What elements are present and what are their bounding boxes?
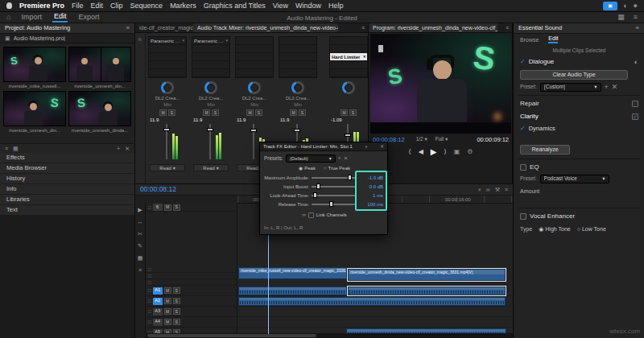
- type-tool-icon[interactable]: ≡: [138, 267, 142, 273]
- repair-section-label[interactable]: Repair: [520, 101, 539, 107]
- maximum-amplitude-slider[interactable]: [312, 177, 355, 179]
- quick-export-icon[interactable]: ≡: [634, 14, 638, 21]
- keyframe-icon[interactable]: ⌖: [365, 144, 367, 149]
- volume-db-value[interactable]: -1.09: [331, 117, 342, 122]
- solo-button[interactable]: S: [168, 109, 175, 116]
- panel-menu-icon[interactable]: ≡: [636, 25, 639, 31]
- new-item-icon[interactable]: +: [117, 146, 120, 151]
- effect-slot[interactable]: [279, 37, 316, 45]
- es-tab-edit[interactable]: Edit: [548, 35, 558, 43]
- repair-checkbox[interactable]: [632, 101, 638, 107]
- mark-out-icon[interactable]: ⟩: [444, 149, 447, 155]
- snap-icon[interactable]: ⌖: [478, 187, 481, 192]
- lock-icon[interactable]: □: [148, 309, 151, 314]
- track-header-a4[interactable]: □ A4 M S: [146, 317, 237, 328]
- solo-button[interactable]: S: [173, 204, 180, 211]
- workspace-tab-export[interactable]: Export: [76, 13, 101, 22]
- panel-tab-history[interactable]: History: [0, 174, 134, 183]
- es-tab-browse[interactable]: Browse: [520, 37, 539, 43]
- volume-db-value[interactable]: 11.9: [237, 117, 246, 122]
- send-mode[interactable]: Min: [207, 102, 215, 109]
- track-select-tool-icon[interactable]: ↔: [138, 219, 143, 225]
- automation-mode[interactable]: Read▾: [193, 164, 229, 171]
- track-header-v6[interactable]: □ 6 M S: [146, 204, 237, 212]
- timeline-menu-icon[interactable]: ≡: [505, 187, 508, 192]
- menu-markers[interactable]: Markers: [170, 2, 196, 10]
- pan-knob[interactable]: [342, 81, 355, 94]
- mute-button[interactable]: M: [203, 109, 210, 116]
- pan-knob[interactable]: [204, 81, 217, 94]
- panel-tab-media-browser[interactable]: Media Browser: [0, 163, 134, 173]
- panel-tab-info[interactable]: Info: [0, 184, 134, 194]
- effect-slot[interactable]: Parametric E...▾: [192, 37, 229, 45]
- effect-slot[interactable]: Parametric E...▾: [149, 37, 186, 45]
- icon-view-icon[interactable]: ▦: [13, 146, 19, 151]
- send-mode[interactable]: Min: [163, 102, 171, 109]
- mute-button[interactable]: M: [290, 109, 297, 116]
- send-mode[interactable]: Min: [250, 102, 258, 109]
- lock-icon[interactable]: □: [148, 205, 151, 210]
- preset-history-icon[interactable]: ◐: [634, 59, 638, 66]
- mark-in-icon[interactable]: ⟨: [409, 149, 411, 155]
- effect-slot[interactable]: [236, 37, 273, 45]
- solo-button[interactable]: S: [349, 109, 357, 116]
- volume-db-value[interactable]: 11.9: [150, 117, 159, 122]
- volume-db-value[interactable]: 11.9: [280, 117, 289, 122]
- solo-button[interactable]: S: [173, 298, 180, 304]
- pan-knob[interactable]: [248, 81, 261, 94]
- volume-fader[interactable]: [166, 124, 167, 159]
- eq-checkbox[interactable]: [520, 164, 526, 171]
- panel-menu-icon[interactable]: ≡: [502, 23, 512, 32]
- project-clip-1[interactable]: S riverside_mike_russell...: [3, 47, 66, 89]
- workspace-tab-import[interactable]: Import: [19, 13, 43, 22]
- look-ahead-time-slider[interactable]: [312, 195, 355, 196]
- menu-file[interactable]: File: [72, 2, 84, 10]
- linked-selection-icon[interactable]: ∞: [486, 187, 490, 192]
- solo-button[interactable]: S: [173, 287, 180, 294]
- delete-icon[interactable]: ✕: [125, 146, 130, 151]
- volume-db-value[interactable]: 11.9: [193, 117, 202, 122]
- project-clip-3[interactable]: S riverside_unmesh_din...: [3, 91, 66, 133]
- mute-button[interactable]: M: [164, 204, 171, 211]
- send-label[interactable]: DL2 Crea...: [242, 96, 267, 102]
- track-header-v1[interactable]: □: [146, 279, 237, 286]
- radio-peak[interactable]: ◉Peak: [299, 166, 316, 171]
- preset-dropdown[interactable]: (Custom)▾: [540, 83, 601, 92]
- project-bin-row[interactable]: ▣ Audio Mastering.proj: [0, 34, 134, 43]
- project-clip-4[interactable]: S riverside_unmesh_dinda...: [68, 91, 131, 133]
- settings-icon[interactable]: ⚙: [467, 149, 473, 155]
- reanalyze-button[interactable]: Reanalyze: [520, 145, 570, 155]
- preset-dropdown[interactable]: (Default)▾: [286, 155, 336, 163]
- vocal-enhancer-checkbox[interactable]: [520, 213, 526, 220]
- menu-view[interactable]: View: [273, 2, 288, 10]
- scrollbar-thumb[interactable]: [147, 334, 316, 337]
- radio-true-peak[interactable]: ○True Peak: [324, 166, 350, 171]
- solo-button[interactable]: S: [255, 109, 262, 116]
- panel-menu-icon[interactable]: ≡: [358, 23, 368, 32]
- solo-button[interactable]: S: [212, 109, 219, 116]
- vocal-enhancer-label[interactable]: Vocal Enhancer: [530, 213, 575, 220]
- menu-sequence[interactable]: Sequence: [130, 2, 163, 10]
- audio-clip[interactable]: [238, 297, 506, 306]
- razor-tool-icon[interactable]: ✂: [138, 231, 142, 237]
- lock-icon[interactable]: □: [148, 319, 151, 324]
- track-header-v2[interactable]: □: [146, 273, 237, 279]
- radio-high-tone[interactable]: ◉High Tone: [539, 226, 571, 232]
- send-mode[interactable]: Min: [294, 102, 302, 109]
- apple-icon[interactable]: [6, 2, 12, 9]
- mute-button[interactable]: M: [164, 308, 171, 315]
- audio-type-dialogue[interactable]: Dialogue: [529, 59, 555, 65]
- pen-tool-icon[interactable]: ✎: [138, 243, 142, 249]
- panel-tab-libraries[interactable]: Libraries: [0, 195, 134, 204]
- dynamics-label[interactable]: Dynamics: [529, 126, 555, 132]
- audio-clip[interactable]: [238, 286, 347, 295]
- panel-menu-icon[interactable]: ≡: [126, 25, 130, 31]
- track-header-a2[interactable]: □ A2 M S: [146, 296, 237, 307]
- step-back-icon[interactable]: ◀: [419, 149, 423, 155]
- link-channels-checkbox[interactable]: [308, 212, 314, 218]
- eq-preset-dropdown[interactable]: Podcast Voice▾: [540, 175, 609, 183]
- menu-clip[interactable]: Clip: [110, 2, 123, 10]
- automation-mode[interactable]: Read▾: [150, 164, 185, 171]
- lock-icon[interactable]: □: [148, 288, 151, 293]
- pan-knob[interactable]: [161, 81, 174, 94]
